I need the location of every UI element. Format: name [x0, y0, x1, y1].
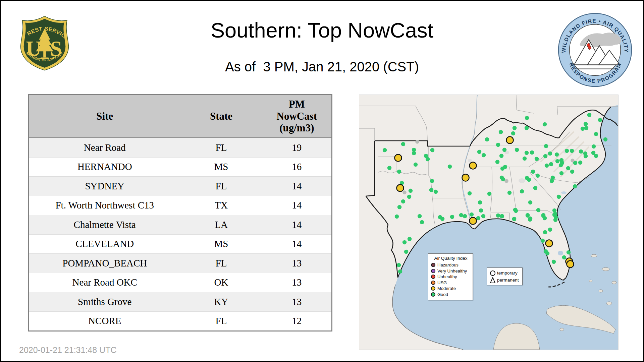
aqi-legend-label: USG — [437, 280, 447, 285]
nowcast-table: Site State PM NowCast (ug/m3) Near RoadF… — [28, 94, 332, 331]
site-cell: Ft. Worth Northwest C13 — [29, 196, 180, 215]
good-site-dot — [402, 240, 407, 244]
pm-nowcast-cell: 14 — [262, 196, 332, 215]
aqi-color-dot-icon — [431, 286, 435, 291]
circle-marker-icon — [490, 270, 496, 277]
column-header-pm-nowcast: PM NowCast (ug/m3) — [262, 95, 332, 138]
good-site-dot — [397, 263, 401, 267]
good-site-dot — [470, 213, 474, 217]
good-site-dot — [514, 209, 518, 213]
good-site-dot — [426, 157, 430, 161]
table-header-row: Site State PM NowCast (ug/m3) — [29, 95, 332, 138]
good-site-dot — [552, 260, 556, 264]
aqi-legend-item: Good — [431, 292, 471, 298]
moderate-site-dot — [395, 155, 402, 162]
good-site-dot — [570, 170, 574, 174]
good-site-dot — [584, 126, 588, 130]
good-site-dot — [487, 192, 491, 196]
good-site-dot — [395, 215, 399, 219]
state-cell: FL — [180, 311, 262, 331]
wfaqrp-logo-icon: WILDLAND FIRE • AIR QUALITY RESPONSE PRO… — [557, 12, 633, 88]
good-site-dot — [570, 149, 574, 153]
good-site-dot — [525, 116, 529, 120]
aqi-legend-label: Hazardous — [437, 262, 459, 267]
good-site-dot — [479, 208, 483, 213]
nodata-site-dot — [415, 140, 419, 144]
site-cell: CLEVELAND — [29, 234, 180, 254]
good-site-dot — [430, 179, 434, 183]
good-site-dot — [587, 113, 591, 117]
good-site-dot — [500, 214, 504, 218]
good-site-dot — [429, 188, 433, 192]
aqi-color-dot-icon — [431, 263, 435, 267]
moderate-site-dot — [470, 162, 477, 169]
good-site-dot — [526, 214, 530, 218]
good-site-dot — [594, 154, 598, 158]
good-site-dot — [528, 200, 532, 204]
aqi-color-dot-icon — [431, 281, 435, 285]
good-site-dot — [507, 191, 512, 195]
lake — [561, 191, 567, 194]
good-site-dot — [397, 205, 401, 209]
good-site-dot — [418, 214, 422, 218]
table-row: HERNANDOMS16 — [29, 157, 332, 177]
table-row: Ft. Worth Northwest C13TX14 — [29, 196, 332, 215]
nodata-site-dot — [402, 190, 407, 194]
good-site-dot — [496, 214, 500, 218]
good-site-dot — [550, 179, 554, 183]
aqi-legend-item: USG — [431, 280, 471, 286]
good-site-dot — [566, 166, 570, 170]
site-cell: SYDNEY — [29, 177, 180, 196]
table-body: Near RoadFL19HERNANDOMS16SYDNEYFL14Ft. W… — [29, 138, 332, 331]
triangle-marker-icon — [490, 277, 496, 284]
moderate-site-dot — [567, 261, 574, 268]
good-site-dot — [478, 200, 482, 204]
good-site-dot — [578, 161, 582, 165]
good-site-dot — [533, 186, 537, 190]
aqi-legend-items: HazardousVery UnhealthyUnhealthyUSGModer… — [431, 262, 471, 297]
site-cell: Smiths Grove — [29, 292, 180, 312]
state-cell: MS — [180, 234, 262, 254]
good-site-dot — [481, 214, 485, 218]
good-site-dot — [414, 163, 418, 167]
good-site-dot — [535, 157, 539, 161]
state-cell: FL — [180, 254, 262, 273]
table-row: NCOREFL12 — [29, 311, 332, 331]
aqi-color-dot-icon — [431, 292, 435, 297]
aqi-map: Air Quality Index HazardousVery Unhealth… — [359, 95, 619, 350]
good-site-dot — [536, 208, 540, 212]
site-cell: Near Road — [29, 138, 180, 157]
pm-nowcast-cell: 12 — [262, 311, 332, 331]
good-site-dot — [502, 148, 506, 152]
column-header-site: Site — [29, 95, 180, 138]
state-cell: KY — [180, 292, 262, 312]
state-cell: FL — [180, 138, 262, 157]
aqi-legend-label: Unhealthy — [437, 274, 457, 279]
good-site-dot — [549, 162, 553, 166]
marker-legend-label: permanent — [497, 278, 519, 283]
good-site-dot — [515, 148, 519, 152]
good-site-dot — [511, 131, 515, 135]
nodata-site-dot — [504, 179, 508, 183]
good-site-dot — [496, 143, 500, 147]
good-site-dot — [387, 166, 391, 170]
good-site-dot — [562, 255, 566, 259]
good-site-dot — [545, 164, 549, 168]
good-site-dot — [476, 216, 480, 220]
good-site-dot — [543, 216, 547, 220]
good-site-dot — [513, 126, 517, 130]
good-site-dot — [485, 137, 489, 141]
good-site-dot — [409, 189, 413, 193]
aqi-color-dot-icon — [431, 269, 435, 273]
good-site-dot — [468, 191, 472, 195]
lake-okeechobee — [558, 251, 563, 255]
good-site-dot — [553, 218, 557, 222]
good-site-dot — [401, 142, 405, 146]
moderate-site-dot — [397, 185, 404, 192]
good-site-dot — [430, 148, 434, 152]
good-site-dot — [477, 150, 481, 154]
good-site-dot — [450, 215, 454, 219]
moderate-site-dot — [546, 240, 553, 247]
aqi-color-dot-icon — [431, 275, 435, 279]
aqi-legend: Air Quality Index HazardousVery Unhealth… — [428, 253, 473, 300]
